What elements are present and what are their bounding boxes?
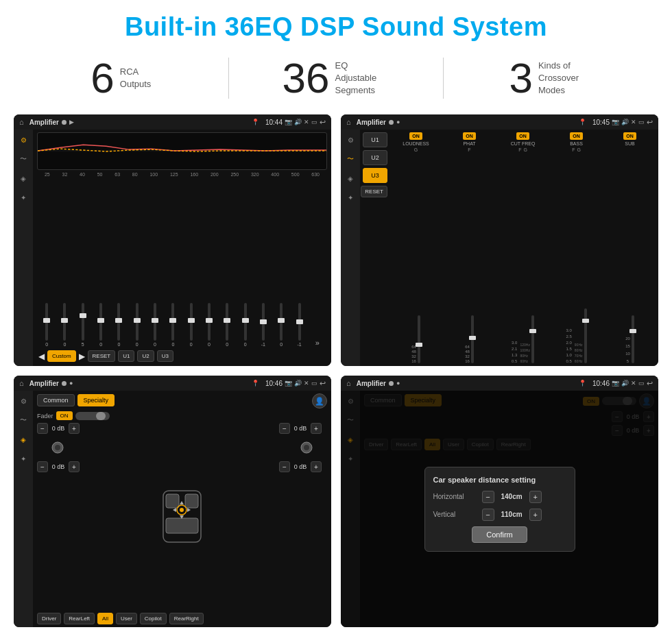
sidebar-cross3-icon[interactable]: ✦ (17, 452, 29, 465)
slider-track-14[interactable] (280, 303, 283, 341)
phat-on-btn[interactable]: ON (463, 132, 476, 140)
vol-plus-bl[interactable]: + (69, 461, 80, 472)
slider-col-7: 0 (147, 303, 163, 347)
time-2: 10:45 (592, 119, 610, 126)
bass-vslider[interactable] (584, 308, 587, 363)
sidebar-wave-icon[interactable]: 〜 (17, 153, 29, 165)
vol-minus-tr[interactable]: − (279, 423, 290, 434)
sidebar-cross2-icon[interactable]: ✦ (344, 191, 357, 204)
slider-track-9[interactable] (190, 303, 193, 341)
u1-btn[interactable]: U1 (118, 350, 134, 362)
user-btn[interactable]: User (116, 613, 137, 624)
sidebar-eq-icon[interactable]: ⚙ (17, 134, 29, 146)
slider-track-8[interactable] (171, 303, 174, 341)
status-bar-2: ⌂ Amplifier ● 📍 10:45 📷 🔊 ✕ ▭ ↩ (341, 114, 658, 130)
cutfreq-vslider[interactable] (531, 315, 534, 363)
svg-marker-12 (187, 508, 191, 512)
common-tab[interactable]: Common (37, 394, 75, 406)
phat-vslider[interactable] (471, 315, 474, 363)
fader-slider[interactable] (75, 412, 110, 420)
prev-btn[interactable]: ◀ (38, 352, 45, 361)
screen2-content: ⚙ 〜 ◈ ✦ U1 U2 U3 RESET ON (341, 130, 658, 366)
rearright-btn[interactable]: RearRight (169, 613, 204, 624)
svg-point-14 (304, 445, 309, 450)
cutfreq-on-btn[interactable]: ON (516, 132, 529, 140)
ch-u1-btn[interactable]: U1 (363, 132, 387, 147)
slider-track-4[interactable] (99, 303, 102, 341)
sidebar-eq3-icon[interactable]: ⚙ (17, 395, 29, 407)
sidebar-spk2-icon[interactable]: ◈ (344, 172, 357, 184)
sidebar-eq2-icon[interactable]: ⚙ (344, 134, 357, 146)
vol-plus-tl[interactable]: + (69, 423, 80, 434)
back-icon-3: ↩ (320, 379, 326, 388)
loudness-g-label: G (414, 147, 418, 152)
screen-speaker: ⌂ Amplifier ● 📍 10:46 📷 🔊 ✕ ▭ ↩ ⚙ 〜 (14, 376, 331, 627)
fader-label: Fader (37, 413, 53, 419)
dialog-horizontal-plus[interactable]: + (529, 491, 542, 503)
vol-minus-tl[interactable]: − (37, 423, 48, 434)
loudness-vslider[interactable] (418, 315, 420, 363)
x-icon-2: ✕ (631, 119, 636, 125)
vol-plus-br[interactable]: + (311, 461, 322, 472)
loudness-on-btn[interactable]: ON (409, 132, 422, 140)
time-1: 10:44 (265, 119, 283, 126)
cam-icon-4: 📷 (612, 380, 619, 387)
ch-u3-btn[interactable]: U3 (363, 168, 387, 183)
back-icon-1: ↩ (320, 118, 326, 127)
sidebar-spk-icon[interactable]: ◈ (17, 172, 29, 184)
vol-plus-tr[interactable]: + (311, 423, 322, 434)
driver-btn[interactable]: Driver (37, 613, 61, 624)
sub-vslider[interactable] (632, 315, 634, 363)
slider-track-6[interactable] (136, 303, 139, 341)
u3-btn[interactable]: U3 (157, 350, 173, 362)
status-icons-2: 📍 10:45 📷 🔊 ✕ ▭ ↩ (579, 118, 653, 127)
play-icon-1: ▶ (69, 119, 74, 125)
screen-dialog: ⌂ Amplifier ● 📍 10:46 📷 🔊 ✕ ▭ ↩ ⚙ 〜 (341, 376, 658, 627)
stat-crossover-number: 3 (509, 57, 532, 99)
slider-col-more: » (309, 339, 326, 347)
dialog-horizontal-minus[interactable]: − (482, 491, 494, 503)
sidebar-spk3-icon[interactable]: ◈ (17, 433, 29, 446)
sidebar-cross-icon[interactable]: ✦ (17, 191, 29, 204)
ch-u2-btn[interactable]: U2 (363, 150, 387, 165)
slider-track-5[interactable] (117, 303, 120, 341)
sidebar-wave2-icon[interactable]: 〜 (344, 153, 357, 165)
bass-on-btn[interactable]: ON (570, 132, 583, 140)
specialty-tab[interactable]: Specialty (77, 394, 115, 406)
slider-track-15[interactable] (298, 303, 301, 341)
confirm-button[interactable]: Confirm (472, 526, 527, 543)
dialog-title: Car speaker distance setting (433, 476, 566, 484)
slider-track-3[interactable] (82, 303, 84, 341)
ch-bass: ON BASS F G 3.0 2.5 2.0 (551, 132, 602, 363)
slider-track-13[interactable] (262, 303, 265, 341)
slider-track-1[interactable] (45, 303, 48, 341)
slider-track-10[interactable] (208, 303, 211, 341)
loudness-label: LOUDNESS (403, 141, 429, 146)
svg-point-8 (180, 508, 184, 512)
copilot-btn[interactable]: Copilot (140, 613, 167, 624)
slider-track-12[interactable] (244, 303, 247, 341)
svg-rect-4 (166, 494, 179, 508)
vol-minus-br[interactable]: − (279, 461, 290, 472)
vol-minus-bl[interactable]: − (37, 461, 48, 472)
slider-track-11[interactable] (226, 303, 228, 341)
custom-btn[interactable]: Custom (47, 350, 76, 362)
phat-slider-wrap: 64 48 32 16 (465, 154, 474, 363)
dialog-vertical-minus[interactable]: − (482, 509, 494, 521)
dialog-vertical-plus[interactable]: + (529, 509, 542, 521)
all-btn[interactable]: All (97, 613, 113, 624)
profile-icon-3[interactable]: 👤 (312, 393, 327, 409)
app-name-1: Amplifier (29, 119, 59, 126)
reset-btn-1[interactable]: RESET (88, 350, 116, 362)
reset-btn-2[interactable]: RESET (361, 186, 387, 197)
fader-on-btn[interactable]: ON (56, 411, 73, 420)
u2-btn[interactable]: U2 (137, 350, 154, 362)
rearleft-btn[interactable]: RearLeft (64, 613, 95, 624)
slider-track-7[interactable] (154, 303, 156, 341)
next-btn[interactable]: ▶ (79, 352, 85, 361)
more-icon[interactable]: » (315, 339, 320, 347)
sidebar-wave3-icon[interactable]: 〜 (17, 414, 29, 426)
sub-on-btn[interactable]: ON (623, 132, 636, 140)
slider-track-2[interactable] (63, 303, 66, 341)
bullet-icon-4: ● (396, 380, 400, 387)
